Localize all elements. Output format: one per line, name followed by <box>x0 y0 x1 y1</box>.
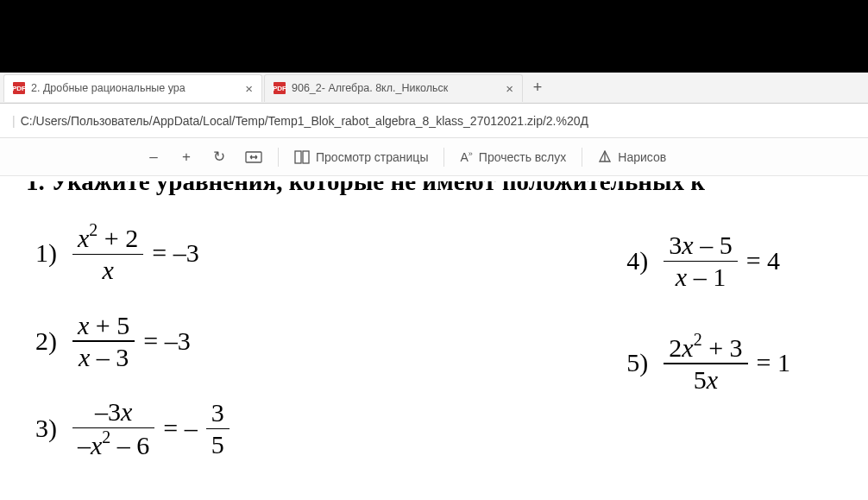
equation-2: 2) x + 5 x – 3 = –3 <box>26 312 230 371</box>
eq-rhs: = –3 <box>152 238 198 268</box>
page-view-label: Просмотр страницы <box>316 150 428 164</box>
window-top-black <box>0 0 868 73</box>
eq-number: 2) <box>26 326 72 356</box>
tab-1[interactable]: PDF 2. Дробные рациональные ура × <box>3 74 262 102</box>
tab-2[interactable]: PDF 906_2- Алгебра. 8кл._Никольск × <box>264 74 523 102</box>
url-text[interactable]: C:/Users/Пользователь/AppData/Local/Temp… <box>21 114 588 128</box>
close-icon[interactable]: × <box>506 82 513 95</box>
equation-1: 1) x2 + 2 x = –3 <box>26 223 230 284</box>
eq-rhs: = 4 <box>746 246 780 275</box>
eq-number: 3) <box>26 414 72 443</box>
equation-5: 5) 2x2 + 3 5x = 1 <box>626 332 790 394</box>
svg-rect-2 <box>303 151 309 163</box>
equation-4: 4) 3x – 5 x – 1 = 4 <box>626 231 790 291</box>
read-aloud-button[interactable]: A» Прочесть вслух <box>451 142 575 172</box>
tab-strip: PDF 2. Дробные рациональные ура × PDF 90… <box>0 73 868 104</box>
address-bar: | C:/Users/Пользователь/AppData/Local/Te… <box>0 104 868 138</box>
fit-button[interactable] <box>236 142 271 172</box>
rotate-button[interactable]: ↻ <box>204 142 235 172</box>
equations-right-col: 4) 3x – 5 x – 1 = 4 5) 2x2 + 3 5x <box>626 223 790 459</box>
eq-number: 4) <box>626 246 664 275</box>
read-aloud-label: Прочесть вслух <box>479 150 566 164</box>
eq-rhs: = –3 <box>143 326 190 356</box>
eq-rhs-pre: = – <box>163 414 197 443</box>
equation-3: 3) –3x –x2 – 6 = – 3 5 <box>26 398 230 459</box>
zoom-out-button[interactable]: – <box>138 142 169 172</box>
pdf-content: 1. Укажите уравнения, которые не имеют п… <box>0 176 868 459</box>
close-icon[interactable]: × <box>245 82 253 95</box>
rhs-den: 5 <box>206 431 230 459</box>
rotate-icon: ↻ <box>213 148 225 166</box>
tab-2-label: 906_2- Алгебра. 8кл._Никольск <box>292 82 499 94</box>
pdf-icon: PDF <box>13 82 25 94</box>
draw-icon <box>598 150 612 164</box>
fit-icon <box>245 151 262 163</box>
read-aloud-icon: A» <box>460 149 472 164</box>
eq-rhs: = 1 <box>757 348 790 377</box>
minus-icon: – <box>149 149 157 166</box>
draw-button[interactable]: Нарисов <box>589 142 675 172</box>
zoom-in-button[interactable]: + <box>171 142 202 172</box>
equations-left-col: 1) x2 + 2 x = –3 2) x + 5 x – 3 <box>26 223 230 459</box>
new-tab-button[interactable]: + <box>525 74 550 102</box>
address-separator: | <box>12 114 16 128</box>
separator <box>278 148 279 167</box>
rhs-num: 3 <box>206 399 230 427</box>
separator <box>443 148 444 167</box>
svg-rect-1 <box>295 151 301 163</box>
eq-number: 1) <box>26 238 72 268</box>
page-view-button[interactable]: Просмотр страницы <box>286 142 437 172</box>
plus-icon: + <box>182 149 191 166</box>
pdf-toolbar: – + ↻ Просмотр страницы A» Прочесть вслу… <box>0 138 868 176</box>
separator <box>582 148 582 167</box>
pdf-icon: PDF <box>274 82 286 94</box>
tab-1-label: 2. Дробные рациональные ура <box>31 82 238 94</box>
page-view-icon <box>294 150 310 164</box>
draw-label: Нарисов <box>618 150 666 164</box>
heading-cut: 1. Укажите уравнения, которые не имеют п… <box>26 181 842 199</box>
eq-number: 5) <box>626 348 664 377</box>
